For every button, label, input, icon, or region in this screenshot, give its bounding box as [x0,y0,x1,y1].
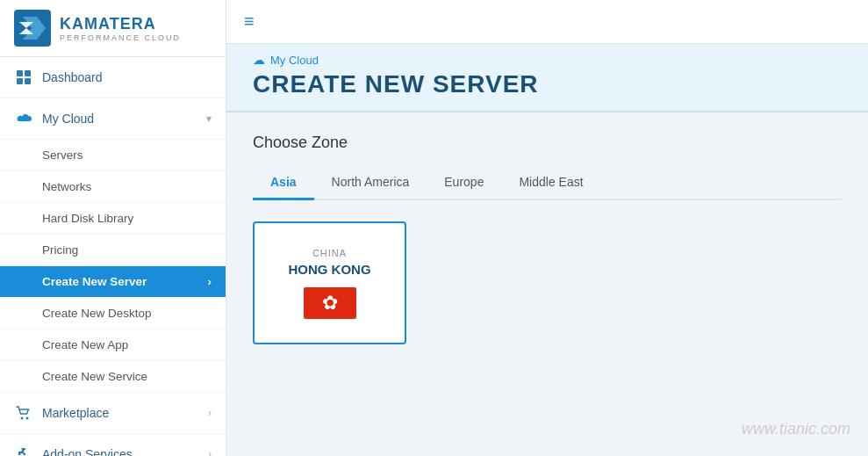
svg-rect-3 [17,70,23,76]
content-area: Choose Zone Asia North America Europe Mi… [226,112,868,456]
svg-rect-4 [25,70,31,76]
topbar: ≡ [226,0,868,44]
chevron-down-icon: ▾ [206,112,212,125]
sidebar-item-my-cloud[interactable]: My Cloud ▾ [0,98,226,140]
create-app-label: Create New App [42,338,128,351]
create-service-label: Create New Service [42,370,147,383]
hong-kong-flag: ✿ [304,287,356,319]
svg-rect-5 [17,78,23,84]
app-name: KAMATERA [60,15,181,33]
logo-text: KAMATERA PERFORMANCE CLOUD [60,15,181,42]
chevron-right-icon: › [208,275,212,288]
create-server-label: Create New Server [42,275,147,288]
card-city: HONG KONG [288,262,370,277]
dashboard-icon [14,68,33,87]
hard-disk-label: Hard Disk Library [42,212,133,225]
app-subtitle: PERFORMANCE CLOUD [60,33,181,42]
sidebar-item-pricing[interactable]: Pricing [0,235,226,266]
server-cards-container: CHINA HONG KONG ✿ [253,221,842,344]
page-header: ☁ My Cloud CREATE NEW SERVER [226,44,868,112]
sidebar-item-create-new-app[interactable]: Create New App [0,329,226,361]
dashboard-label: Dashboard [42,70,103,84]
puzzle-icon [14,445,33,456]
main-content: ≡ ☁ My Cloud CREATE NEW SERVER Choose Zo… [226,0,868,456]
servers-label: Servers [42,148,83,162]
networks-label: Networks [42,180,91,193]
page-title: CREATE NEW SERVER [253,70,842,98]
tab-middle-east[interactable]: Middle East [501,168,600,200]
breadcrumb-text: My Cloud [270,54,319,67]
sidebar-item-hard-disk-library[interactable]: Hard Disk Library [0,203,226,235]
chevron-right-marketplace-icon: › [208,407,212,419]
sidebar-logo: KAMATERA PERFORMANCE CLOUD [0,0,226,57]
breadcrumb: ☁ My Cloud [253,53,842,67]
tab-asia[interactable]: Asia [253,168,314,200]
tab-europe[interactable]: Europe [427,168,501,200]
create-desktop-label: Create New Desktop [42,307,152,320]
server-card-hong-kong[interactable]: CHINA HONG KONG ✿ [253,221,406,344]
sidebar-item-networks[interactable]: Networks [0,171,226,203]
sidebar-item-create-new-service[interactable]: Create New Service [0,361,226,393]
kamatera-logo-icon [14,10,51,47]
hamburger-menu-button[interactable]: ≡ [244,11,255,32]
tab-north-america[interactable]: North America [314,168,427,200]
addon-services-label: Add-on Services [42,447,133,456]
section-title: Choose Zone [253,134,842,152]
sidebar-item-marketplace[interactable]: Marketplace › [0,393,226,434]
marketplace-label: Marketplace [42,406,109,420]
zone-tabs: Asia North America Europe Middle East [253,168,842,200]
sidebar-item-dashboard[interactable]: Dashboard [0,57,226,98]
sidebar: KAMATERA PERFORMANCE CLOUD Dashboard My … [0,0,226,456]
cart-icon [14,403,33,423]
cloud-icon [14,109,33,128]
pricing-label: Pricing [42,243,78,257]
my-cloud-label: My Cloud [42,112,94,126]
svg-point-7 [21,417,24,420]
sidebar-item-create-new-desktop[interactable]: Create New Desktop [0,298,226,329]
hk-flag-symbol: ✿ [322,293,338,313]
svg-point-8 [26,417,29,420]
chevron-right-addon-icon: › [208,448,212,456]
card-country: CHINA [312,248,347,258]
sidebar-item-create-new-server[interactable]: Create New Server › [0,266,226,298]
svg-rect-6 [25,78,31,84]
sidebar-item-servers[interactable]: Servers [0,140,226,171]
breadcrumb-cloud-icon: ☁ [253,53,265,67]
sidebar-item-addon-services[interactable]: Add-on Services › [0,434,226,456]
